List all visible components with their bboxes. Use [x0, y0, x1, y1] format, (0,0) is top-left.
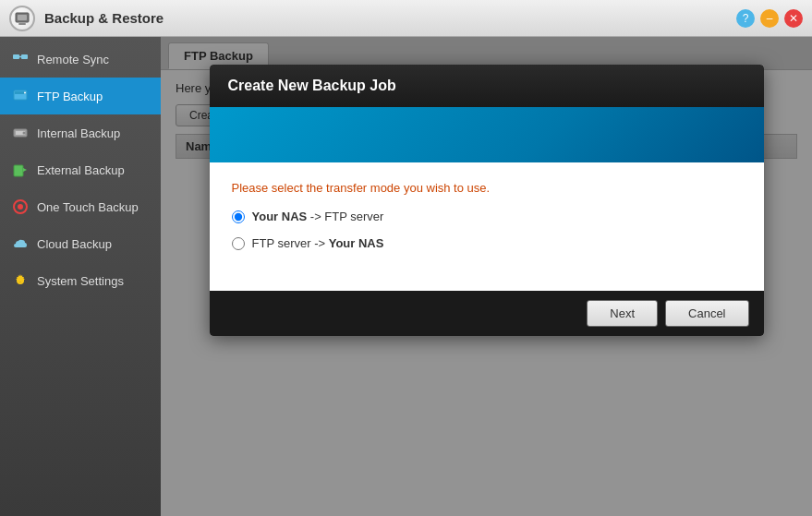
- option-ftp-to-nas-label: FTP server -> Your NAS: [252, 236, 384, 250]
- remote-sync-icon: [11, 50, 30, 68]
- sidebar-label-system-settings: System Settings: [37, 274, 124, 288]
- internal-icon: [11, 124, 30, 142]
- option-nas-to-ftp[interactable]: Your NAS -> FTP server: [232, 210, 742, 223]
- svg-rect-3: [13, 54, 19, 59]
- next-button[interactable]: Next: [587, 300, 658, 327]
- cancel-button[interactable]: Cancel: [665, 300, 748, 327]
- title-bar: Backup & Restore ? – ✕: [0, 0, 812, 37]
- modal-title: Create New Backup Job: [228, 78, 396, 93]
- sidebar-item-one-touch-backup[interactable]: One Touch Backup: [0, 188, 161, 225]
- app-logo: [9, 6, 35, 31]
- svg-point-12: [23, 132, 26, 135]
- minimize-button[interactable]: –: [760, 9, 779, 28]
- sidebar-item-external-backup[interactable]: External Backup: [0, 151, 161, 188]
- sidebar-label-ftp-backup: FTP Backup: [37, 90, 103, 103]
- settings-icon: [11, 271, 30, 290]
- modal-body: Please select the transfer mode you wish…: [210, 162, 764, 291]
- close-button[interactable]: ✕: [784, 9, 803, 28]
- radio-ftp-to-nas[interactable]: [232, 237, 245, 250]
- sidebar-label-one-touch-backup: One Touch Backup: [37, 200, 139, 214]
- sidebar-label-internal-backup: Internal Backup: [37, 126, 120, 140]
- sidebar-item-cloud-backup[interactable]: Cloud Backup: [0, 225, 161, 262]
- option-ftp-to-nas[interactable]: FTP server -> Your NAS: [232, 236, 742, 250]
- svg-point-9: [24, 92, 26, 94]
- modal-footer: Next Cancel: [210, 291, 764, 336]
- svg-rect-1: [18, 15, 27, 20]
- sidebar-label-remote-sync: Remote Sync: [37, 53, 109, 66]
- sidebar-item-system-settings[interactable]: System Settings: [0, 262, 161, 299]
- external-icon: [11, 161, 30, 179]
- modal-header: Create New Backup Job: [210, 65, 764, 107]
- app-title: Backup & Restore: [44, 10, 736, 26]
- modal-overlay: Create New Backup Job Please select the …: [161, 37, 812, 516]
- sidebar-item-ftp-backup[interactable]: FTP Backup: [0, 78, 161, 114]
- radio-nas-to-ftp[interactable]: [232, 210, 245, 223]
- modal-prompt: Please select the transfer mode you wish…: [232, 181, 742, 195]
- main-layout: Remote Sync FTP Backup Internal Backup: [0, 37, 812, 516]
- modal-banner: [210, 107, 764, 162]
- ftp-icon: [11, 87, 30, 105]
- sidebar-label-external-backup: External Backup: [37, 163, 125, 177]
- svg-point-15: [18, 204, 23, 210]
- sidebar: Remote Sync FTP Backup Internal Backup: [0, 37, 161, 516]
- window-controls: ? – ✕: [736, 9, 803, 28]
- cloud-icon: [11, 234, 30, 253]
- content-area: FTP Backup Here you can back up the data…: [161, 37, 812, 516]
- svg-rect-13: [14, 165, 23, 176]
- help-button[interactable]: ?: [736, 9, 755, 28]
- create-backup-modal: Create New Backup Job Please select the …: [210, 65, 764, 336]
- option-nas-to-ftp-label: Your NAS -> FTP server: [252, 210, 384, 223]
- svg-rect-2: [18, 23, 26, 25]
- sidebar-item-remote-sync[interactable]: Remote Sync: [0, 41, 161, 78]
- sidebar-item-internal-backup[interactable]: Internal Backup: [0, 114, 161, 151]
- one-touch-icon: [11, 198, 30, 216]
- sidebar-label-cloud-backup: Cloud Backup: [37, 237, 112, 251]
